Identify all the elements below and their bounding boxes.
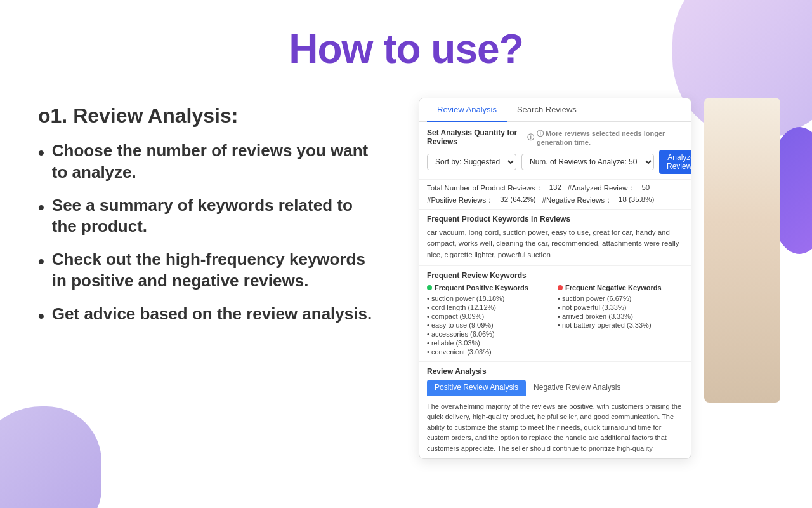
- hint-text: ⓘ More reviews selected needs longer gen…: [537, 129, 683, 146]
- positive-keywords-col: Frequent Positive Keywords • suction pow…: [427, 284, 553, 356]
- pos-item-5: • accessories (6.06%): [427, 330, 553, 338]
- bullet-item-2: See a summary of keywords related to the…: [38, 195, 381, 238]
- left-column: o1. Review Analysis: Choose the number o…: [38, 98, 381, 459]
- neg-item-3: • arrived broken (3.33%): [558, 312, 683, 321]
- review-analysis-title: Review Analysis: [427, 367, 683, 376]
- analysis-quantity-section: Set Analysis Quantity for Reviews ⓘ ⓘ Mo…: [419, 122, 691, 180]
- pos-item-6: • reliable (3.03%): [427, 338, 553, 347]
- tab-search-reviews[interactable]: Search Reviews: [507, 98, 587, 122]
- bullet-list: Choose the number of reviews you want to…: [38, 140, 381, 328]
- positive-dot-icon: [427, 285, 432, 290]
- analyzed-value: 50: [641, 184, 650, 193]
- controls-row: Sort by: Suggested Num. of Reviews to An…: [427, 150, 683, 174]
- neg-item-2: • not powerful (3.33%): [558, 303, 683, 312]
- pos-item-7: • convenient (3.03%): [427, 347, 553, 356]
- total-reviews-label: Total Number of Product Reviews：: [427, 184, 543, 193]
- right-edge-decoration: [704, 98, 780, 403]
- frequent-keywords-title: Frequent Product Keywords in Reviews: [427, 215, 683, 224]
- total-reviews-value: 132: [549, 184, 561, 193]
- positive-value: 32 (64.2%): [500, 196, 535, 205]
- tab-review-analysis[interactable]: Review Analysis: [427, 98, 507, 122]
- num-select[interactable]: Num. of Reviews to Analyze: 50: [521, 154, 654, 170]
- pos-item-4: • easy to use (9.09%): [427, 321, 553, 330]
- negative-keywords-col: Frequent Negative Keywords • suction pow…: [558, 284, 683, 356]
- analyzed-label: #Analyzed Review：: [568, 184, 636, 193]
- pos-item-1: • suction power (18.18%): [427, 294, 553, 303]
- negative-label: #Negative Reviews：: [542, 196, 612, 205]
- main-tabs: Review Analysis Search Reviews: [419, 98, 691, 122]
- frequent-review-keywords: Frequent Review Keywords Frequent Positi…: [419, 266, 691, 362]
- bullet-item-4: Get advice based on the review analysis.: [38, 304, 381, 328]
- review-analysis-section: Review Analysis Positive Review Analysis…: [419, 362, 691, 459]
- neg-item-4: • not battery-operated (3.33%): [558, 321, 683, 330]
- bullet-item-1: Choose the number of reviews you want to…: [38, 140, 381, 184]
- neg-item-1: • suction power (6.67%): [558, 294, 683, 303]
- negative-col-title: Frequent Negative Keywords: [558, 284, 683, 291]
- inner-tab-negative[interactable]: Negative Review Analysis: [526, 380, 628, 396]
- page-header: How to use?: [0, 0, 812, 85]
- stats-row: Total Number of Product Reviews： 132 #An…: [419, 180, 691, 210]
- inner-tab-positive[interactable]: Positive Review Analysis: [427, 380, 526, 396]
- analysis-quantity-label: Set Analysis Quantity for Reviews ⓘ ⓘ Mo…: [427, 128, 683, 146]
- positive-label: #Positive Reviews：: [427, 196, 494, 205]
- sort-select[interactable]: Sort by: Suggested: [427, 154, 516, 170]
- keywords-text: car vacuum, long cord, suction power, ea…: [427, 227, 683, 260]
- bullet-item-3: Check out the high-frequency keywords in…: [38, 249, 381, 292]
- analyze-button[interactable]: Analyze Reviews: [659, 150, 691, 174]
- negative-dot-icon: [558, 285, 563, 290]
- review-analysis-text: The overwhelming majority of the reviews…: [427, 401, 683, 454]
- frequent-product-keywords: Frequent Product Keywords in Reviews car…: [419, 210, 691, 266]
- right-column: Review Analysis Search Reviews Set Analy…: [419, 98, 774, 459]
- positive-col-title: Frequent Positive Keywords: [427, 284, 553, 291]
- ui-preview: Review Analysis Search Reviews Set Analy…: [419, 98, 691, 459]
- section-heading: o1. Review Analysis:: [38, 104, 381, 128]
- keyword-columns: Frequent Positive Keywords • suction pow…: [427, 284, 683, 356]
- inner-tabs: Positive Review Analysis Negative Review…: [427, 380, 683, 396]
- negative-value: 18 (35.8%): [619, 196, 654, 205]
- page-title: How to use?: [13, 25, 799, 72]
- pos-item-2: • cord length (12.12%): [427, 303, 553, 312]
- review-keywords-title: Frequent Review Keywords: [427, 271, 683, 280]
- pos-item-3: • compact (9.09%): [427, 312, 553, 321]
- main-content: o1. Review Analysis: Choose the number o…: [0, 85, 812, 472]
- info-icon: ⓘ: [527, 133, 534, 142]
